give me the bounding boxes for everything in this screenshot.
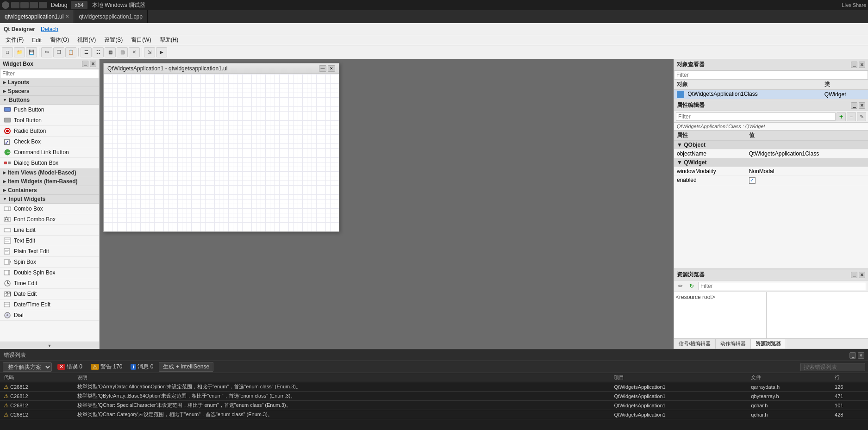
rb-pencil-btn[interactable]: ✏ — [676, 281, 685, 291]
error-cell-code-3: ⚠ C26812 — [0, 410, 74, 419]
tab-resource-browser[interactable]: 资源浏览器 — [751, 339, 786, 349]
category-item-views[interactable]: ▶ Item Views (Model-Based) — [0, 168, 99, 177]
menu-edit[interactable]: Edit — [28, 36, 45, 44]
rb-minimize[interactable]: ⎯ — [851, 272, 857, 278]
tb-adjust-size[interactable]: ⇲ — [144, 47, 155, 57]
error-row-1[interactable]: ⚠ C26812 枚举类型'QByteArray::Base64Option'未… — [0, 392, 868, 401]
tb-copy[interactable]: ❐ — [53, 47, 64, 57]
menu-settings[interactable]: 设置(S) — [100, 35, 126, 45]
top-btn-1[interactable] — [11, 2, 19, 8]
tb-layout-h[interactable]: ☰ — [81, 47, 92, 57]
datetime-edit-label: Date/Time Edit — [14, 301, 50, 308]
widget-scroll-down[interactable]: ▼ — [0, 342, 99, 349]
tab-action-editor[interactable]: 动作编辑器 — [716, 339, 751, 349]
tab-ui-close[interactable]: ✕ — [65, 14, 69, 19]
category-containers[interactable]: ▶ Containers — [0, 186, 99, 195]
top-btn-2[interactable] — [20, 2, 29, 8]
tab-cpp[interactable]: qtwidgetsapplication1.cpp — [74, 10, 147, 23]
widget-item-double-spin[interactable]: Double Spin Box — [0, 268, 99, 278]
widget-item-line-edit[interactable]: Line Edit — [0, 225, 99, 236]
error-list-minimize[interactable]: ⎯ — [849, 352, 856, 359]
category-layouts[interactable]: ▶ Layouts — [0, 78, 99, 87]
tb-layout-f[interactable]: ▧ — [117, 47, 128, 57]
prop-row-enabled[interactable]: enabled ✓ — [674, 176, 868, 185]
widget-item-time-edit[interactable]: Time Edit — [0, 278, 99, 289]
tb-break[interactable]: ✕ — [129, 47, 140, 57]
designer-canvas[interactable] — [104, 74, 339, 231]
pe-minimize[interactable]: ⎯ — [851, 102, 857, 109]
error-row-3[interactable]: ⚠ C26812 枚举类型'QChar::Category'未设定范围，相比于"… — [0, 410, 868, 419]
tb-layout-g[interactable]: ▦ — [105, 47, 116, 57]
widget-box-filter[interactable] — [0, 69, 99, 78]
rb-close[interactable]: ✕ — [859, 272, 865, 278]
tb-preview[interactable]: ▶ — [156, 47, 167, 57]
widget-item-spin-box[interactable]: ▲▼ Spin Box — [0, 257, 99, 268]
error-row-2[interactable]: ⚠ C26812 枚举类型'QChar::SpecialCharacter'未设… — [0, 401, 868, 410]
widget-item-dialog-button[interactable]: Dialog Button Box — [0, 158, 99, 168]
oi-minimize[interactable]: ⎯ — [851, 62, 857, 68]
category-buttons[interactable]: ▼ Buttons — [0, 96, 99, 105]
designer-minimize-btn[interactable]: — — [319, 65, 326, 72]
config-label[interactable]: x64 — [71, 1, 87, 9]
category-item-widgets[interactable]: ▶ Item Widgets (Item-Based) — [0, 177, 99, 186]
tb-save[interactable]: 💾 — [26, 47, 37, 57]
error-list-title: 错误列表 — [4, 351, 26, 359]
error-list-close[interactable]: ✕ — [858, 352, 864, 359]
prop-remove-btn[interactable]: − — [847, 112, 856, 121]
widget-item-push-button[interactable]: Push Button — [0, 105, 99, 115]
error-list-scope[interactable]: 整个解决方案 — [3, 362, 52, 372]
widget-item-text-edit[interactable]: Text Edit — [0, 236, 99, 246]
oi-col-class: 类 — [822, 80, 868, 90]
widget-item-check-box[interactable]: ✓ Check Box — [0, 137, 99, 147]
top-btn-4[interactable] — [39, 2, 47, 8]
error-search-input[interactable] — [800, 363, 865, 371]
rb-filter-input[interactable] — [698, 282, 866, 290]
error-row-0[interactable]: ⚠ C26812 枚举类型'QArrayData::AllocationOpti… — [0, 382, 868, 392]
tab-ui[interactable]: qtwidgetsapplication1.ui ✕ — [0, 10, 74, 23]
pe-close[interactable]: ✕ — [859, 102, 865, 109]
category-spacers[interactable]: ▶ Spacers — [0, 87, 99, 96]
menu-file[interactable]: 文件(F) — [2, 35, 27, 45]
detach-link[interactable]: Detach — [41, 26, 58, 32]
prop-add-btn[interactable]: + — [837, 112, 846, 121]
widget-item-command-link[interactable]: → Command Link Button — [0, 147, 99, 158]
live-share[interactable]: Live Share — [842, 2, 866, 8]
svg-rect-9 — [8, 162, 11, 164]
widget-item-tool-button[interactable]: Tool Button — [0, 115, 99, 126]
widget-box-header-buttons: ⎯ ✕ — [82, 61, 96, 67]
menu-help[interactable]: 帮助(H) — [156, 35, 182, 45]
widget-item-combo-box[interactable]: ▼ Combo Box — [0, 204, 99, 214]
oi-filter[interactable] — [674, 70, 868, 80]
build-btn[interactable]: 生成 + IntelliSense — [159, 362, 213, 372]
designer-close-btn[interactable]: ✕ — [328, 65, 335, 72]
menu-window[interactable]: 窗口(W) — [127, 35, 155, 45]
svg-text:✓: ✓ — [5, 139, 9, 145]
prop-enabled-checkbox[interactable]: ✓ — [749, 177, 756, 184]
tb-paste[interactable]: 📋 — [65, 47, 76, 57]
widget-box-close[interactable]: ✕ — [90, 61, 96, 67]
spacers-label: Spacers — [8, 88, 30, 94]
widget-box-minimize[interactable]: ⎯ — [82, 61, 88, 67]
widget-item-font-combo[interactable]: A Font Combo Box — [0, 214, 99, 225]
prop-row-windowmodality[interactable]: windowModality NonModal — [674, 167, 868, 176]
tb-open[interactable]: 📁 — [14, 47, 25, 57]
widget-item-radio-button[interactable]: Radio Button — [0, 126, 99, 137]
top-btn-3[interactable] — [30, 2, 38, 8]
prop-edit-btn[interactable]: ✎ — [857, 112, 866, 121]
prop-filter-input[interactable] — [676, 112, 836, 121]
tb-cut[interactable]: ✄ — [41, 47, 52, 57]
widget-item-date-edit[interactable]: 31 Date Edit — [0, 289, 99, 299]
tab-signal-slot[interactable]: 信号/槽编辑器 — [674, 339, 716, 349]
widget-item-plain-text[interactable]: Plain Text Edit — [0, 246, 99, 257]
menu-form[interactable]: 窗体(O) — [46, 35, 73, 45]
prop-row-objectname[interactable]: objectName QtWidgetsApplication1Class — [674, 150, 868, 158]
oi-close[interactable]: ✕ — [859, 62, 865, 68]
oi-row-1[interactable]: QtWidgetsApplication1Class QWidget — [674, 90, 868, 100]
menu-view[interactable]: 视图(V) — [74, 35, 100, 45]
widget-item-datetime-edit[interactable]: Date/Time Edit — [0, 299, 99, 310]
tb-new[interactable]: □ — [2, 47, 13, 57]
category-input-widgets[interactable]: ▼ Input Widgets — [0, 195, 99, 204]
widget-item-dial[interactable]: Dial — [0, 310, 99, 321]
rb-refresh-btn[interactable]: ↻ — [687, 281, 696, 291]
tb-layout-v[interactable]: ☷ — [93, 47, 104, 57]
